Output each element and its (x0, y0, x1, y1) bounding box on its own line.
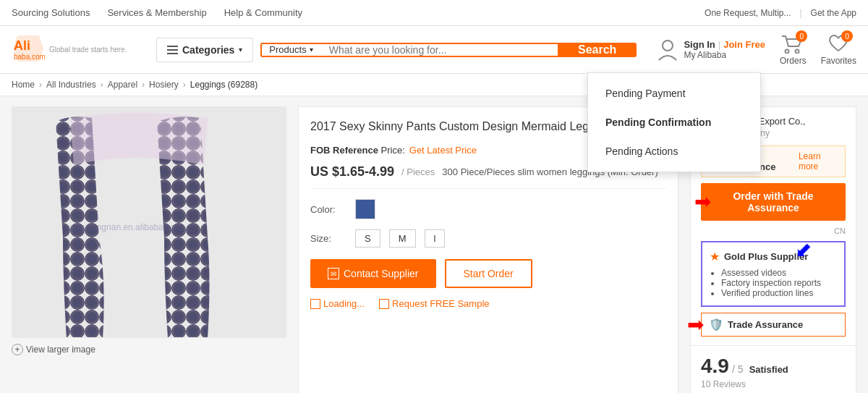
bottom-links-row: Loading... Request FREE Sample (310, 298, 666, 309)
person-icon (658, 38, 678, 62)
rating-score: 4.9 (701, 355, 729, 378)
dropdown-item-payment[interactable]: Pending Payment (588, 79, 760, 108)
view-larger-text: View larger image (26, 345, 95, 355)
svg-point-3 (663, 41, 673, 51)
product-image-container: yiwusungnan.en.alibaba.com (12, 106, 286, 338)
get-app-link[interactable]: Get the App (811, 8, 856, 18)
gold-feature-inspection: Factory inspection reports (721, 278, 837, 288)
size-s-button[interactable]: S (355, 229, 380, 248)
logo-area: Ali baba.com Global trade starts here. (12, 34, 156, 65)
loading-link[interactable]: Loading... (310, 298, 365, 309)
color-swatch-blue[interactable] (355, 199, 375, 219)
start-order-button[interactable]: Start Order (445, 259, 532, 288)
loading-checkbox-icon (310, 299, 320, 309)
hamburger-icon (167, 46, 178, 54)
rating-score-row: 4.9 / 5 Satisfied (701, 355, 846, 378)
favorites-area: 0 Favorites (821, 33, 856, 66)
logo-tagline: Global trade starts here. (49, 46, 127, 54)
svg-point-5 (796, 50, 799, 54)
ta-badge-text: Trade Assurance (728, 319, 803, 330)
svg-text:yiwusungnan.en.alibaba.com: yiwusungnan.en.alibaba.com (70, 222, 182, 232)
contact-supplier-button[interactable]: ✉ Contact Supplier (310, 259, 436, 288)
dropdown-item-actions[interactable]: Pending Actions (588, 137, 760, 166)
price-unit: / Pieces (401, 166, 435, 177)
logo-text-area: Global trade starts here. (49, 46, 127, 54)
view-larger-link[interactable]: + View larger image (12, 344, 286, 355)
sign-in-text-area: Sign In | Join Free My Alibaba (684, 39, 765, 60)
size-m-button[interactable]: M (389, 229, 416, 248)
gold-star-icon: ★ (710, 250, 720, 263)
cn-flag-label: CN (701, 227, 846, 235)
nav-services-membership[interactable]: Services & Membership (107, 7, 206, 18)
satisfied-label: Satisfied (749, 364, 788, 375)
svg-text:baba.com: baba.com (14, 53, 45, 61)
sign-separator: | (718, 39, 720, 50)
orders-badge: 0 (796, 30, 807, 42)
categories-button[interactable]: Categories ▾ (156, 38, 253, 62)
breadcrumb-sep-1: › (39, 80, 42, 90)
rating-denom: 5 (738, 363, 744, 375)
svg-point-4 (786, 50, 789, 54)
request-sample-link[interactable]: Request FREE Sample (379, 298, 489, 309)
orders-dropdown: Pending Payment Pending Confirmation Pen… (587, 72, 761, 172)
gold-features-list: Assessed videos Factory inspection repor… (710, 268, 837, 298)
request-sample-label: Request FREE Sample (392, 298, 489, 309)
breadcrumb-sep-4: › (183, 80, 186, 90)
sign-in-area: Sign In | Join Free My Alibaba (658, 38, 765, 62)
alibaba-logo[interactable]: Ali baba.com (12, 34, 45, 65)
size-l-button[interactable]: l (425, 229, 446, 248)
search-type-label: Products (269, 44, 306, 55)
search-type-chevron-icon: ▾ (310, 46, 313, 54)
get-latest-price-link[interactable]: Get Latest Price (409, 145, 477, 156)
join-free-link[interactable]: Join Free (723, 39, 765, 50)
top-nav-bar: Sourcing Solutions Services & Membership… (0, 0, 868, 26)
categories-chevron-icon: ▾ (239, 46, 242, 54)
view-larger-icon: + (12, 344, 23, 355)
gold-feature-production: Verified production lines (721, 288, 837, 298)
search-type-dropdown[interactable]: Products ▾ (260, 43, 320, 57)
moq-value: 300 Piece/Pieces slim women leggings (442, 166, 605, 177)
breadcrumb-apparel[interactable]: Apparel (108, 80, 137, 90)
loading-label: Loading... (323, 298, 365, 309)
svg-text:Ali: Ali (14, 38, 30, 53)
product-image-column: yiwusungnan.en.alibaba.com + View larger… (12, 106, 286, 393)
gold-plus-label: Gold Plus Supplier (724, 251, 808, 262)
order-ta-button[interactable]: Order with Trade Assurance (701, 183, 846, 221)
product-image-svg: yiwusungnan.en.alibaba.com (12, 107, 286, 338)
search-bar: Products ▾ Search (260, 43, 637, 57)
account-area: Sign In | Join Free My Alibaba 0 Orders (658, 33, 856, 66)
size-row: Size: S M l (310, 229, 666, 248)
ta-badge-icon: 🛡️ (709, 318, 723, 331)
favorites-badge: 0 (841, 30, 853, 42)
color-row: Color: (310, 199, 666, 219)
categories-label: Categories (182, 44, 234, 56)
top-nav-right: One Request, Multip... | Get the App (705, 8, 856, 18)
sign-in-link[interactable]: Sign In (684, 39, 715, 50)
breadcrumb-sep-3: › (142, 80, 145, 90)
logo-search-bar: Ali baba.com Global trade starts here. C… (0, 26, 868, 74)
orders-label: Orders (780, 56, 807, 66)
size-label: Size: (310, 233, 346, 244)
gold-plus-box: ★ Gold Plus Supplier Assessed videos Fac… (701, 241, 846, 307)
orders-area: 0 Orders (780, 33, 807, 66)
top-nav-left: Sourcing Solutions Services & Membership… (12, 7, 705, 18)
breadcrumb-home[interactable]: Home (12, 80, 35, 90)
rating-slash: / (732, 363, 735, 375)
sign-in-row: Sign In | Join Free (684, 39, 765, 50)
ta-learn-more-link[interactable]: Learn more (799, 151, 838, 172)
my-alibaba-link[interactable]: My Alibaba (684, 50, 765, 60)
dropdown-item-confirmation[interactable]: Pending Confirmation (588, 108, 760, 137)
fob-label: FOB Reference Price: (310, 145, 405, 156)
breadcrumb-hosiery[interactable]: Hosiery (149, 80, 179, 90)
breadcrumb-current: Leggings (69288) (190, 80, 258, 90)
breadcrumb-all-industries[interactable]: All Industries (46, 80, 96, 90)
product-price: US $1.65-4.99 (310, 164, 394, 179)
gold-plus-header-row: ★ Gold Plus Supplier (710, 250, 837, 263)
action-buttons-row: ✉ Contact Supplier Start Order (310, 259, 666, 288)
one-request-text: One Request, Multip... (705, 8, 791, 18)
search-input[interactable] (320, 43, 558, 57)
nav-help-community[interactable]: Help & Community (224, 7, 302, 18)
nav-sourcing-solutions[interactable]: Sourcing Solutions (12, 7, 90, 18)
top-separator: | (799, 8, 801, 18)
search-button[interactable]: Search (558, 43, 637, 57)
